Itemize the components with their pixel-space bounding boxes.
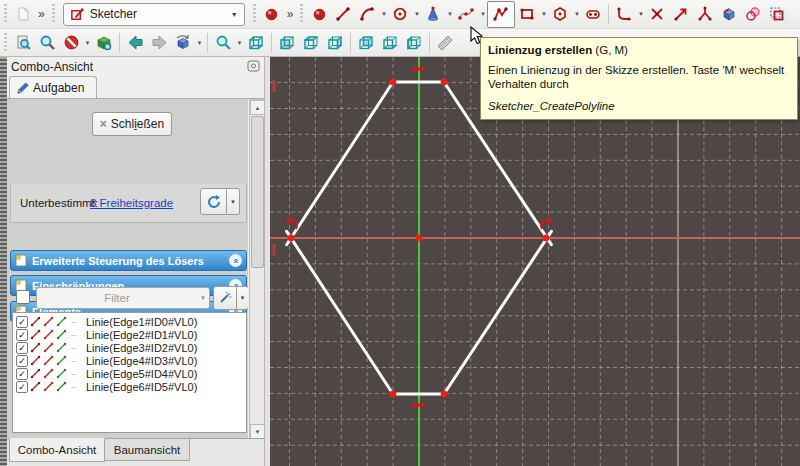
line-icon — [43, 329, 54, 340]
refresh-dropdown[interactable]: ▼ — [227, 188, 240, 215]
scrollbar-thumb[interactable] — [251, 116, 264, 268]
list-item[interactable]: ✓ – Linie(Edge6#ID5#VL0) — [13, 380, 246, 393]
element-visible-checkbox[interactable]: ✓ — [16, 355, 28, 367]
element-label: Linie(Edge6#ID5#VL0) — [86, 381, 197, 393]
navigation-style-dropdown[interactable]: ▼ — [195, 31, 204, 55]
toolbar-overflow-button[interactable]: » — [35, 7, 48, 21]
elements-list[interactable]: ✓ – Linie(Edge1#ID0#VL0) ✓ – Linie(Edge2… — [12, 312, 247, 433]
tab-combo-ansicht[interactable]: Combo-Ansicht — [9, 438, 105, 462]
toolbar-overflow-button[interactable]: » — [284, 7, 297, 21]
scroll-down-button[interactable]: ▼ — [250, 424, 265, 439]
clone-icon — [769, 6, 785, 22]
float-panel-button[interactable] — [247, 60, 260, 72]
bottom-view-button[interactable] — [378, 31, 402, 55]
front-view-cube-icon — [278, 34, 296, 52]
axonometric-cube-icon — [247, 34, 265, 52]
create-polyline-button[interactable] — [487, 1, 515, 28]
create-bspline-button[interactable] — [454, 2, 478, 26]
toolbar-separator — [207, 33, 208, 53]
circle-dropdown[interactable]: ▼ — [412, 2, 421, 26]
list-item[interactable]: ✓ – Linie(Edge3#ID2#VL0) — [13, 341, 246, 354]
circle-icon — [392, 6, 408, 22]
zoom-button[interactable] — [211, 31, 235, 55]
right-view-button[interactable] — [323, 31, 347, 55]
rectangle-icon — [519, 6, 535, 22]
top-view-button[interactable] — [299, 31, 323, 55]
element-visible-checkbox[interactable]: ✓ — [16, 342, 28, 354]
filter-combobox[interactable]: Filter ▼ — [36, 287, 210, 309]
navigate-back-button[interactable] — [123, 31, 147, 55]
section-advanced-solver[interactable]: Erweiterte Steuerung des Lösers « — [10, 250, 247, 271]
extend-edge-button[interactable] — [669, 2, 693, 26]
rectangle-dropdown[interactable]: ▼ — [539, 2, 548, 26]
carbon-copy-button[interactable] — [741, 2, 765, 26]
navigation-style-button[interactable] — [171, 31, 195, 55]
toolbar-handle[interactable] — [2, 33, 9, 53]
axonometric-view-button[interactable] — [244, 31, 268, 55]
conic-dropdown[interactable]: ▼ — [445, 2, 454, 26]
measure-button[interactable] — [433, 31, 457, 55]
front-view-button[interactable] — [275, 31, 299, 55]
clone-button[interactable] — [765, 2, 789, 26]
create-circle-button[interactable] — [388, 2, 412, 26]
construction-line-icon — [56, 316, 67, 327]
split-icon — [697, 6, 713, 22]
create-polygon-button[interactable] — [548, 2, 572, 26]
create-slot-button[interactable] — [581, 2, 605, 26]
extended-info-checkbox[interactable] — [16, 290, 30, 304]
bspline-dropdown[interactable]: ▼ — [478, 2, 487, 26]
toolbar-handle[interactable] — [251, 4, 258, 24]
abort-dropdown[interactable]: ▼ — [83, 31, 92, 55]
create-fillet-button[interactable] — [612, 2, 636, 26]
create-point-button[interactable] — [307, 2, 331, 26]
element-visible-checkbox[interactable]: ✓ — [16, 368, 28, 380]
toolbar-separator — [271, 33, 272, 53]
toolbar-handle[interactable] — [2, 4, 9, 24]
toolbar-handle[interactable] — [298, 4, 305, 24]
create-line-button[interactable] — [331, 2, 355, 26]
element-visible-checkbox[interactable]: ✓ — [16, 381, 28, 393]
list-item[interactable]: ✓ – Linie(Edge1#ID0#VL0) — [13, 315, 246, 328]
list-item[interactable]: ✓ – Linie(Edge5#ID4#VL0) — [13, 367, 246, 380]
fillet-dropdown[interactable]: ▼ — [636, 2, 645, 26]
close-task-button[interactable]: × Schließen — [92, 112, 172, 136]
polygon-dropdown[interactable]: ▼ — [572, 2, 581, 26]
left-view-button[interactable] — [402, 31, 426, 55]
split-edge-button[interactable] — [693, 2, 717, 26]
navigate-forward-button[interactable] — [147, 31, 171, 55]
stop-operation-button[interactable] — [260, 2, 284, 26]
rear-view-cube-icon — [357, 34, 375, 52]
tab-aufgaben[interactable]: Aufgaben — [9, 76, 97, 99]
scroll-up-button[interactable]: ▲ — [250, 100, 265, 115]
list-item[interactable]: ✓ – Linie(Edge4#ID3#VL0) — [13, 354, 246, 367]
abort-button[interactable] — [59, 31, 83, 55]
rear-view-button[interactable] — [354, 31, 378, 55]
view-fit-button[interactable] — [92, 31, 116, 55]
create-arc-button[interactable] — [355, 2, 379, 26]
workbench-selector[interactable]: Sketcher ▼ — [63, 3, 245, 26]
create-rectangle-button[interactable] — [515, 2, 539, 26]
zoom-selection-button[interactable] — [35, 31, 59, 55]
element-settings-button[interactable]: ▼ — [213, 286, 248, 308]
fit-all-button[interactable] — [11, 31, 35, 55]
create-conic-button[interactable] — [421, 2, 445, 26]
refresh-solver-button[interactable]: ▼ — [200, 188, 240, 213]
dash-icon: – — [69, 330, 79, 340]
solver-status-label: Unterbestimmt: — [20, 197, 98, 209]
trim-icon — [649, 6, 665, 22]
element-visible-checkbox[interactable]: ✓ — [16, 316, 28, 328]
element-settings-dropdown[interactable]: ▼ — [237, 286, 248, 310]
toolbar-separator — [350, 33, 351, 53]
new-document-button[interactable] — [11, 2, 35, 26]
collapse-button[interactable]: « — [229, 254, 242, 267]
element-visible-checkbox[interactable]: ✓ — [16, 329, 28, 341]
tab-baumansicht[interactable]: Baumansicht — [104, 439, 190, 461]
zoom-dropdown[interactable]: ▼ — [235, 31, 244, 55]
external-geometry-button[interactable] — [717, 2, 741, 26]
arc-dropdown[interactable]: ▼ — [379, 2, 388, 26]
list-item[interactable]: ✓ – Linie(Edge2#ID1#VL0) — [13, 328, 246, 341]
toolbar-handle[interactable] — [50, 4, 57, 24]
trim-edge-button[interactable] — [645, 2, 669, 26]
tooltip: Linienzug erstellen (G, M) Einen Linienz… — [480, 37, 798, 120]
dof-link[interactable]: 8 Freiheitsgrade — [90, 197, 173, 209]
